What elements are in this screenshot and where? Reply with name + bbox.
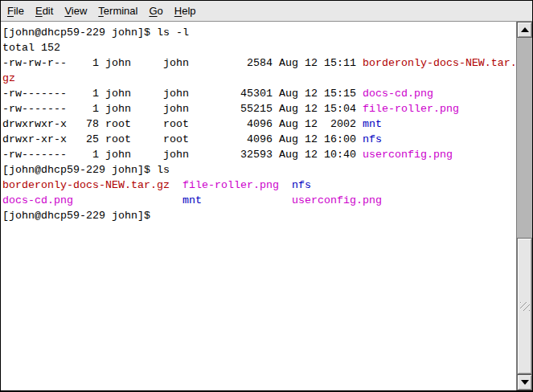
thumb-grip-icon (520, 302, 530, 311)
terminal-text-segment: file-roller.png (182, 179, 279, 191)
menu-bar: File Edit View Terminal Go Help (1, 1, 532, 22)
terminal-text-segment: [john@dhcp59-229 john]$ (2, 210, 157, 222)
scroll-up-button[interactable] (517, 22, 532, 38)
menu-item-terminal[interactable]: Terminal (92, 1, 143, 21)
scrollbar (516, 22, 532, 390)
scroll-down-icon (521, 380, 529, 385)
menu-item-help[interactable]: Help (169, 1, 202, 21)
terminal-line: -rw-rw-r-- 1 john john 2584 Aug 12 15:11… (2, 55, 516, 71)
terminal-text-segment: drwxrwxr-x 78 root root 4096 Aug 12 2002 (2, 118, 363, 130)
terminal-line: -rw------- 1 john john 45301 Aug 12 15:1… (2, 86, 516, 101)
terminal-line: borderonly-docs-NEW.tar.gz file-roller.p… (2, 178, 516, 193)
terminal-text-segment: -rw------- 1 john john 55215 Aug 12 15:0… (2, 103, 363, 115)
menu-item-view[interactable]: View (59, 1, 92, 21)
terminal-line: [john@dhcp59-229 john]$ ls -l (2, 25, 516, 40)
terminal-line: total 152 (2, 40, 516, 55)
terminal-text-segment: -rw------- 1 john john 32593 Aug 12 10:4… (2, 149, 363, 161)
menu-item-file[interactable]: File (2, 1, 30, 21)
scroll-up-icon (521, 27, 529, 32)
terminal-text-segment (279, 179, 292, 191)
terminal-text-segment: drwxr-xr-x 25 root root 4096 Aug 12 16:0… (2, 133, 363, 145)
terminal-text-segment: borderonly-docs-NEW.tar.gz (2, 179, 170, 191)
scrollbar-thumb[interactable] (517, 238, 532, 374)
terminal-text-segment: gz (2, 72, 15, 84)
scrollbar-trough[interactable] (517, 38, 532, 374)
terminal-line: drwxrwxr-x 78 root root 4096 Aug 12 2002… (2, 116, 516, 132)
terminal-text-segment (202, 194, 292, 206)
terminal-text-segment: docs-cd.png (363, 88, 433, 100)
terminal-text-segment: mnt (363, 118, 382, 130)
terminal-line: [john@dhcp59-229 john]$ ls (2, 162, 516, 178)
terminal-line: -rw------- 1 john john 32593 Aug 12 10:4… (2, 147, 516, 162)
terminal-text-segment: nfs (363, 133, 382, 145)
terminal-text-segment: [john@dhcp59-229 john]$ ls (2, 164, 170, 176)
terminal-text-segment: nfs (292, 179, 311, 191)
terminal-line: docs-cd.png mnt userconfig.png (2, 193, 516, 208)
menu-item-go[interactable]: Go (143, 1, 168, 21)
terminal-text-segment: total 152 (2, 42, 60, 54)
scroll-down-button[interactable] (517, 374, 532, 390)
terminal-line: [john@dhcp59-229 john]$ (2, 208, 516, 223)
terminal-text-segment (170, 179, 182, 191)
terminal-text-segment (73, 194, 182, 206)
terminal-line: gz (2, 71, 516, 86)
terminal-text-segment: mnt (182, 194, 202, 206)
terminal-text-segment: -rw------- 1 john john 45301 Aug 12 15:1… (2, 88, 363, 100)
terminal-text-segment: docs-cd.png (2, 194, 73, 206)
terminal-line: drwxr-xr-x 25 root root 4096 Aug 12 16:0… (2, 132, 516, 147)
terminal-line: -rw------- 1 john john 55215 Aug 12 15:0… (2, 101, 516, 116)
terminal-text-segment: borderonly-docs-NEW.tar. (363, 57, 516, 69)
terminal-text-segment: userconfig.png (292, 194, 382, 206)
menu-item-edit[interactable]: Edit (30, 1, 59, 21)
terminal-text-segment: [john@dhcp59-229 john]$ ls -l (2, 27, 189, 39)
terminal-text-segment: file-roller.png (363, 103, 459, 115)
terminal-screen[interactable]: [john@dhcp59-229 john]$ ls -ltotal 152-r… (1, 22, 516, 390)
terminal-text-segment: userconfig.png (363, 149, 453, 161)
terminal-window: File Edit View Terminal Go Help [john@dh… (0, 0, 533, 392)
terminal-text-segment: -rw-rw-r-- 1 john john 2584 Aug 12 15:11 (2, 57, 363, 69)
